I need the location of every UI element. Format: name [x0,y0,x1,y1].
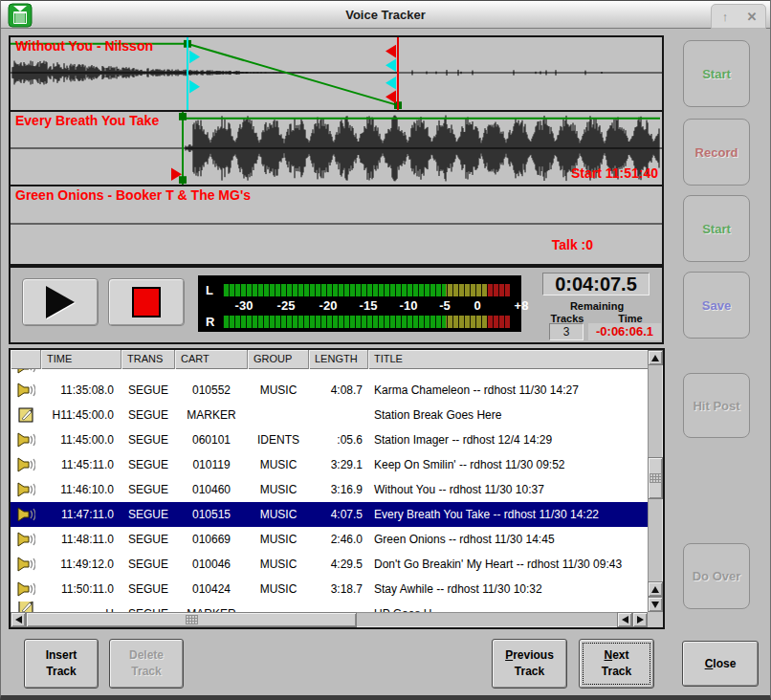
scroll-down-button[interactable] [648,597,663,612]
track-start-time: Start 11:51:40 [571,165,658,181]
col-length[interactable]: LENGTH [309,350,368,369]
hscroll-thumb[interactable] [26,612,357,627]
speaker-icon [16,369,35,374]
log-row[interactable]: H11:45:00.0SEGUEMARKERStation Break Goes… [11,403,648,427]
vertical-scrollbar[interactable] [648,350,663,612]
log-row[interactable]: 11:48:11.0SEGUE010669MUSIC2:46.0Green On… [11,527,648,552]
row-cart [175,369,248,378]
row-title: Don't Go Breakin' My Heart -- rdhost 11/… [368,552,648,577]
wave-panel-1[interactable]: Without You - Nilsson [11,37,662,112]
row-trans: SEGUE [121,502,175,527]
meter-tick: -15 [360,298,378,313]
row-cart: 010552 [175,378,248,403]
stop-button[interactable] [108,278,185,326]
row-length: :05.6 [309,427,368,452]
col-icon[interactable] [11,350,41,369]
insert-track-button[interactable]: InsertTrack [24,639,99,689]
row-cart: 060101 [175,427,248,452]
vscroll-thumb[interactable] [648,457,663,499]
scroll-up-button[interactable] [648,350,663,365]
row-icon-cell [11,602,41,612]
horizontal-scrollbar[interactable] [11,612,648,627]
scroll-right-button[interactable] [632,612,648,627]
row-length: 2:46.0 [309,527,368,552]
row-icon-cell [11,502,41,527]
speaker-icon [16,383,35,398]
meter-left-bar [223,284,510,296]
row-title: Without You -- rdhost 11/30 10:37 [368,477,648,502]
row-icon-cell [11,369,41,378]
meter-tick: -10 [400,298,418,313]
meter-right-label: R [206,315,214,329]
start-handle[interactable] [179,176,187,184]
row-icon-cell [11,427,41,452]
log-row[interactable]: 11:45:11.0SEGUE010119MUSIC3:29.1Keep On … [11,452,648,477]
track-title-1: Without You - Nilsson [15,38,153,54]
col-trans[interactable]: TRANS [121,350,175,369]
row-title: UP Goes H [368,602,648,612]
log-row[interactable]: 11:45:00.0SEGUE060101IDENTS:05.6Station … [11,427,648,452]
row-cart: 010669 [175,527,248,552]
save-button: Save [683,272,750,339]
row-icon-cell [11,552,41,577]
scroll-left-button[interactable] [11,612,26,627]
row-group: MUSIC [248,577,309,602]
row-trans: SEGUE [121,527,175,552]
remaining-tracks-value: 3 [549,323,584,340]
wave-panel-3[interactable]: Green Onions - Booker T & The MG's Talk … [11,186,662,260]
log-row[interactable]: 11:46:10.0SEGUE010460MUSIC3:16.9Without … [11,477,648,502]
log-row[interactable] [11,369,648,378]
window-title: Voice Tracker [1,1,770,30]
window-buttons: ↑ ✕ [711,4,766,29]
scroll-up2-button[interactable] [648,581,663,597]
row-title [368,369,648,378]
row-length: 3:29.1 [309,452,368,477]
row-icon-cell [11,477,41,502]
play-button[interactable] [22,278,99,326]
log-row[interactable]: 11:35:08.0SEGUE010552MUSIC4:08.7Karma Ch… [11,378,648,403]
delete-track-button: DeleteTrack [109,639,184,689]
log-table: TIME TRANS CART GROUP LENGTH TITLE 11:35… [9,348,665,629]
log-row[interactable]: 11:50:11.0SEGUE010424MUSIC3:18.7Stay Awh… [11,577,648,602]
log-row[interactable]: 11:47:11.0SEGUE010515MUSIC4:07.5Every Br… [11,502,648,527]
row-cart: 010460 [175,477,248,502]
col-group[interactable]: GROUP [248,350,309,369]
col-cart[interactable]: CART [175,350,248,369]
start-track3-button: Start [683,195,750,262]
row-group [248,602,309,612]
next-track-button[interactable]: Next Track [579,639,654,689]
scroll-left2-button[interactable] [617,612,632,627]
row-title: Stay Awhile -- rdhost 11/30 10:32 [368,577,648,602]
row-icon-cell [11,527,41,552]
row-title: Green Onions -- rdhost 11/30 14:45 [368,527,648,552]
log-header: TIME TRANS CART GROUP LENGTH TITLE [11,350,648,369]
previous-track-button[interactable]: Previous Track [492,639,567,689]
row-group [248,403,309,427]
scrollbar-corner [648,612,663,627]
log-row[interactable]: 11:49:12.0SEGUE010046MUSIC4:29.5Don't Go… [11,552,648,577]
col-title[interactable]: TITLE [368,350,648,369]
titlebar: Voice Tracker ↑ ✕ [1,0,770,29]
row-time: 11:45:11.0 [41,452,121,477]
meter-right-bar [223,316,510,328]
row-time: 11:50:11.0 [41,577,121,602]
meter-tick: -30 [235,298,253,313]
row-cart: 010046 [175,552,248,577]
log-row[interactable]: HSEGUEMARKERUP Goes H [11,602,648,612]
row-cart: 010119 [175,452,248,477]
wave-panel-2[interactable]: Every Breath You Take Start 11:51:40 [11,112,662,186]
close-window-icon[interactable]: ✕ [738,5,765,28]
record-button: Record [683,119,750,186]
col-time[interactable]: TIME [41,350,121,369]
stop-icon [132,287,161,317]
row-group: IDENTS [248,427,309,452]
row-trans: SEGUE [121,577,175,602]
speaker-icon [16,457,35,472]
shade-window-icon[interactable]: ↑ [712,5,738,28]
row-trans [121,369,175,378]
start-handle[interactable] [179,113,187,120]
row-time: 11:48:11.0 [41,527,121,552]
row-length [309,369,368,378]
row-time: 11:47:11.0 [41,502,121,527]
close-button[interactable]: Close [682,641,759,687]
